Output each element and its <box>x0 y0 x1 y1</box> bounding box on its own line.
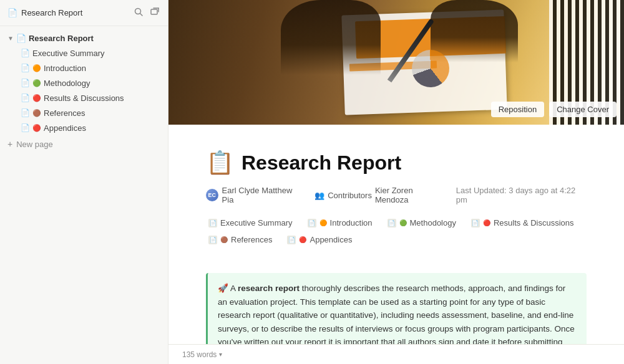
sidebar-item-label: Results & Discussions <box>44 93 124 103</box>
sidebar-item-appendices[interactable]: 📄 🔴 Appendices <box>0 120 168 135</box>
doc-icon: 📄 <box>20 63 30 73</box>
page-body: 📋 Research Report EC Earl Clyde Matthew … <box>168 125 624 364</box>
sidebar-item-label: Executive Summary <box>32 49 105 58</box>
sidebar-item-introduction[interactable]: 📄 🟠 Introduction <box>0 60 168 75</box>
meta-row: EC Earl Clyde Matthew Pia 👥 Contributors… <box>206 186 587 204</box>
color-emoji: 🟤 <box>32 109 41 117</box>
bottom-bar: 135 words ▾ <box>168 344 624 364</box>
sidebar-item-label: Methodology <box>44 79 90 88</box>
subpage-label: Methodology <box>410 218 456 228</box>
sidebar-item-results[interactable]: 📄 🔴 Results & Discussions <box>0 90 168 105</box>
doc-icon: 📄 <box>20 93 30 103</box>
author-info: EC Earl Clyde Matthew Pia <box>206 186 305 204</box>
sidebar-item-references[interactable]: 📄 🟤 References <box>0 105 168 120</box>
new-page-button[interactable]: + New page <box>0 135 168 153</box>
change-cover-button[interactable]: Change Cover <box>549 102 617 117</box>
word-count-button[interactable]: 135 words ▾ <box>178 349 226 360</box>
doc-icon: 📄 <box>208 236 217 244</box>
avatar: EC <box>206 189 218 201</box>
new-tab-button[interactable] <box>149 6 160 19</box>
color-emoji: 🔴 <box>32 124 41 132</box>
subpage-chip-references[interactable]: 📄 🟤 References <box>206 234 275 246</box>
doc-icon: 📄 <box>308 219 316 228</box>
last-updated-label: Last Updated: <box>456 186 507 195</box>
page-title: Research Report <box>241 151 401 175</box>
color-dot: 🔴 <box>299 236 306 243</box>
sidebar: 📄 Research Report ▼ 📄 Resear <box>0 0 168 364</box>
chevron-icon: ▼ <box>7 35 14 42</box>
subpage-label: References <box>231 235 272 244</box>
doc-icon: 📄 <box>20 48 30 58</box>
sidebar-title: 📄 Research Report <box>7 8 82 17</box>
subpage-chip-executive-summary[interactable]: 📄 Executive Summary <box>206 217 295 229</box>
subpage-label: Executive Summary <box>220 218 293 228</box>
sidebar-tree: ▼ 📄 Research Report 📄 Executive Summary … <box>0 26 168 364</box>
contributors-icon: 👥 <box>314 191 324 200</box>
word-count-label: 135 words <box>182 350 217 359</box>
root-doc-icon: 📄 <box>16 34 26 43</box>
chevron-down-icon: ▾ <box>219 351 222 358</box>
contributors-info: 👥 Contributors Kier Zoren Mendoza <box>314 186 446 204</box>
color-dot: 🔴 <box>483 219 490 226</box>
color-dot: 🟢 <box>399 219 407 226</box>
sidebar-root-item[interactable]: ▼ 📄 Research Report <box>0 31 168 46</box>
callout-emoji: 🚀 <box>218 284 230 293</box>
contributors-names: Kier Zoren Mendoza <box>375 186 446 204</box>
reposition-button[interactable]: Reposition <box>491 102 544 117</box>
subpage-chip-methodology[interactable]: 📄 🟢 Methodology <box>385 217 459 229</box>
sidebar-item-methodology[interactable]: 📄 🟢 Methodology <box>0 75 168 90</box>
svg-rect-2 <box>151 9 157 14</box>
doc-icon: 📄 <box>20 108 30 118</box>
doc-icon: 📄 <box>388 219 396 228</box>
cover-image: Reposition Change Cover <box>168 0 624 125</box>
subpage-label: Appendices <box>310 235 352 244</box>
sidebar-header: 📄 Research Report <box>0 0 168 26</box>
new-page-label: New page <box>16 140 53 149</box>
sidebar-item-executive-summary[interactable]: 📄 Executive Summary <box>0 46 168 60</box>
sidebar-item-label: Appendices <box>44 123 86 133</box>
sidebar-doc-icon: 📄 <box>7 8 17 17</box>
subpage-label: Introduction <box>330 218 373 228</box>
plus-icon: + <box>7 139 12 149</box>
color-emoji: 🔴 <box>32 94 41 102</box>
sidebar-title-label: Research Report <box>21 8 82 17</box>
doc-icon: 📄 <box>287 236 296 244</box>
main-content: Reposition Change Cover 📋 Research Repor… <box>168 0 624 364</box>
svg-line-1 <box>140 14 143 16</box>
subpage-chip-appendices[interactable]: 📄 🔴 Appendices <box>285 234 354 246</box>
subpage-chip-introduction[interactable]: 📄 🟠 Introduction <box>305 217 375 229</box>
color-emoji: 🟠 <box>32 64 41 72</box>
page-emoji: 📋 <box>206 150 234 176</box>
subpage-label: Results & Discussions <box>494 218 574 228</box>
root-label: Research Report <box>29 34 94 43</box>
sidebar-item-label: References <box>44 108 85 118</box>
sidebar-actions <box>133 6 160 19</box>
last-updated: Last Updated: 3 days ago at 4:22 pm <box>456 186 587 204</box>
contributors-label: Contributors <box>328 191 372 200</box>
doc-icon: 📄 <box>471 219 480 228</box>
cover-buttons: Reposition Change Cover <box>491 102 617 117</box>
search-button[interactable] <box>133 6 144 19</box>
page-title-row: 📋 Research Report <box>206 150 587 176</box>
subpage-chip-results[interactable]: 📄 🔴 Results & Discussions <box>469 217 577 229</box>
doc-icon: 📄 <box>20 78 30 88</box>
doc-icon: 📄 <box>208 219 217 228</box>
author-name: Earl Clyde Matthew Pia <box>222 186 305 204</box>
color-dot: 🟤 <box>220 236 228 243</box>
sidebar-item-label: Introduction <box>44 64 86 73</box>
doc-icon: 📄 <box>20 123 30 133</box>
subpages-row: 📄 Executive Summary 📄 🟠 Introduction 📄 🟢… <box>206 217 587 256</box>
color-emoji: 🟢 <box>32 79 41 87</box>
color-dot: 🟠 <box>319 219 327 226</box>
